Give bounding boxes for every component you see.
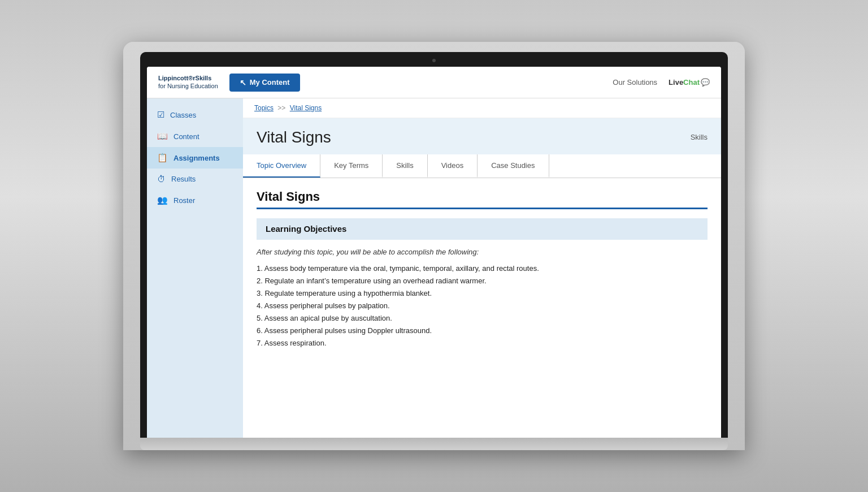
chat-bubble-icon: 💬 — [701, 78, 710, 87]
tab-videos[interactable]: Videos — [428, 154, 478, 178]
breadcrumb-topics[interactable]: Topics — [254, 104, 274, 112]
nav-right: Our Solutions Live Chat 💬 — [613, 78, 710, 87]
section-title: Vital Signs — [257, 189, 708, 204]
objective-7: 7. Assess respiration. — [257, 339, 708, 347]
tab-skills-label: Skills — [396, 161, 413, 170]
tab-key-terms-label: Key Terms — [334, 161, 368, 170]
breadcrumb-current[interactable]: Vital Signs — [290, 104, 322, 112]
livechat-badge: Live Chat 💬 — [669, 78, 710, 87]
tab-key-terms[interactable]: Key Terms — [320, 154, 383, 178]
topic-header: Vital Signs Skills — [243, 118, 721, 154]
brand-line2: for Nursing Education — [158, 83, 218, 90]
solutions-link[interactable]: Our Solutions — [613, 78, 657, 87]
livechat-chat: Chat — [683, 78, 700, 87]
brand-logo: Lippincott®rSkills for Nursing Education — [158, 75, 218, 89]
tab-topic-overview-label: Topic Overview — [257, 161, 306, 170]
my-content-button[interactable]: ↖ My Content — [229, 74, 300, 92]
intro-text: After studying this topic, you will be a… — [257, 248, 708, 256]
objective-6: 6. Assess peripheral pulses using Dopple… — [257, 326, 708, 335]
tab-videos-label: Videos — [441, 161, 464, 170]
classes-icon: ☑ — [157, 110, 164, 120]
sidebar-item-results[interactable]: ⏱ Results — [147, 169, 243, 189]
sidebar: ☑ Classes 📖 Content 📋 Assignments ⏱ Resu… — [147, 98, 243, 438]
breadcrumb-separator: >> — [277, 104, 285, 112]
sidebar-item-content[interactable]: 📖 Content — [147, 126, 243, 147]
topic-title: Vital Signs — [257, 128, 331, 146]
laptop-screen: Lippincott®rSkills for Nursing Education… — [147, 67, 721, 438]
blue-divider — [257, 208, 708, 209]
learning-objectives-box: Learning Objectives — [257, 218, 708, 240]
objective-2: 2. Regulate an infant’s temperature usin… — [257, 277, 708, 285]
objective-1: 1. Assess body temperature via the oral,… — [257, 264, 708, 273]
brand-line1: Lippincott®rSkills — [158, 75, 218, 82]
objective-5: 5. Assess an apical pulse by auscultatio… — [257, 314, 708, 322]
breadcrumb: Topics >> Vital Signs — [243, 98, 721, 118]
tabs-bar: Topic Overview Key Terms Skills Videos C — [243, 154, 721, 178]
top-nav: Lippincott®rSkills for Nursing Education… — [147, 67, 721, 98]
assignments-icon: 📋 — [157, 153, 168, 163]
livechat-live: Live — [669, 78, 683, 87]
cursor-icon: ↖ — [240, 78, 246, 87]
objective-4: 4. Assess peripheral pulses by palpation… — [257, 301, 708, 310]
sidebar-label-results: Results — [171, 175, 196, 183]
roster-icon: 👥 — [157, 195, 168, 205]
skills-label: Skills — [691, 133, 708, 141]
sidebar-label-roster: Roster — [173, 196, 195, 205]
tab-case-studies[interactable]: Case Studies — [478, 154, 549, 178]
sidebar-item-roster[interactable]: 👥 Roster — [147, 189, 243, 211]
sidebar-item-assignments[interactable]: 📋 Assignments — [147, 147, 243, 169]
content-icon: 📖 — [157, 131, 168, 141]
main-layout: ☑ Classes 📖 Content 📋 Assignments ⏱ Resu… — [147, 98, 721, 438]
tab-case-studies-label: Case Studies — [491, 161, 535, 170]
results-icon: ⏱ — [157, 174, 166, 184]
learning-objectives-title: Learning Objectives — [266, 224, 346, 234]
content-body: Vital Signs Learning Objectives After st… — [243, 178, 721, 362]
objectives-list: 1. Assess body temperature via the oral,… — [257, 264, 708, 347]
laptop-base — [140, 438, 728, 450]
sidebar-item-classes[interactable]: ☑ Classes — [147, 104, 243, 126]
camera-dot — [432, 59, 436, 62]
screen-bezel: Lippincott®rSkills for Nursing Education… — [140, 52, 728, 438]
content-area: Topics >> Vital Signs Vital Signs Skills… — [243, 98, 721, 438]
sidebar-label-classes: Classes — [170, 111, 196, 119]
my-content-label: My Content — [250, 78, 290, 87]
tab-skills[interactable]: Skills — [383, 154, 427, 178]
objective-3: 3. Regulate temperature using a hypother… — [257, 289, 708, 297]
tab-topic-overview[interactable]: Topic Overview — [243, 154, 320, 178]
sidebar-label-content: Content — [173, 132, 199, 141]
sidebar-label-assignments: Assignments — [173, 154, 220, 162]
laptop-shell: Lippincott®rSkills for Nursing Education… — [123, 42, 745, 450]
